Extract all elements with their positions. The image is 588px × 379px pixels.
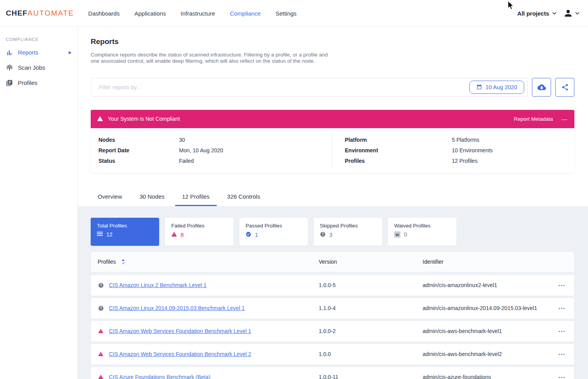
profiles-table: Profiles Version Identifier bbox=[91, 252, 574, 379]
profile-status-card[interactable]: Skipped Profiles 3 bbox=[314, 218, 382, 246]
profile-status-card[interactable]: Passed Profiles 1 bbox=[239, 218, 308, 246]
chevron-down-icon bbox=[552, 12, 556, 15]
compliance-status-banner: Your System is Not Compliant Report Meta… bbox=[91, 110, 574, 128]
row-menu-button[interactable]: ··· bbox=[558, 328, 565, 335]
card-title: Waived Profiles bbox=[394, 223, 450, 229]
projects-dropdown[interactable]: All projects bbox=[517, 10, 556, 17]
metadata-label: Nodes bbox=[98, 135, 179, 145]
nav-item[interactable]: Compliance bbox=[230, 10, 261, 17]
profiles-column-label: Profiles bbox=[98, 259, 116, 265]
banner-title: Your System is Not Compliant bbox=[108, 116, 180, 122]
metadata-label: Status bbox=[98, 156, 179, 166]
row-menu-button[interactable]: ··· bbox=[558, 374, 565, 379]
profile-status-card[interactable]: Total Profiles 12 bbox=[91, 218, 159, 246]
row-menu-button[interactable]: ··· bbox=[558, 351, 565, 358]
row-menu-button[interactable]: ··· bbox=[558, 282, 565, 289]
card-count: 8 bbox=[181, 232, 184, 238]
profile-status-card[interactable]: Failed Profiles 8 bbox=[165, 218, 233, 246]
share-report-button[interactable] bbox=[555, 78, 574, 97]
nav-item[interactable]: Applications bbox=[134, 10, 166, 17]
card-count: 0 bbox=[404, 231, 407, 238]
identifier-cell: admin/cis-amazonlinux-2014.09-2015.03-le… bbox=[423, 305, 545, 311]
metadata-value: Mon, 10 Aug 2020 bbox=[179, 145, 223, 156]
logo-automate-text: AUTOMATE bbox=[28, 9, 74, 18]
profile-link[interactable]: CIS Azure Foundations Benchmark (Beta) bbox=[109, 374, 211, 379]
submenu-arrow-icon[interactable]: ▶ bbox=[68, 50, 72, 55]
card-value: 8 bbox=[171, 231, 227, 238]
profile-cell: CIS Amazon Web Services Foundation Bench… bbox=[91, 328, 319, 334]
metadata-label: Report Date bbox=[98, 145, 179, 156]
banner-right: Report Metadata — bbox=[514, 116, 567, 122]
report-metadata-label: Report Metadata bbox=[514, 116, 553, 122]
metadata-row: Nodes 30 bbox=[98, 135, 332, 145]
metadata-label: Environment bbox=[345, 145, 452, 156]
skipped-question-icon bbox=[320, 231, 326, 238]
filter-reports-input[interactable] bbox=[91, 84, 469, 90]
sidebar-item[interactable]: Reports ▶ bbox=[0, 45, 77, 60]
card-value: 3 bbox=[320, 231, 376, 238]
metadata-right-column: Platform 5 Platforms Environment 10 Envi… bbox=[332, 135, 574, 166]
profile-link[interactable]: CIS Amazon Web Services Foundation Bench… bbox=[109, 328, 251, 334]
download-report-button[interactable] bbox=[532, 78, 551, 97]
sidebar-item[interactable]: Profiles bbox=[0, 75, 77, 90]
version-cell: 1.1.0-4 bbox=[319, 305, 423, 311]
profile-link[interactable]: CIS Amazon Web Services Foundation Bench… bbox=[109, 351, 251, 357]
profile-cell: CIS Amazon Linux 2014.09-2015.03 Benchma… bbox=[91, 305, 319, 311]
failed-warning-icon bbox=[98, 328, 104, 334]
metadata-label: Platform bbox=[345, 135, 452, 145]
identifier-cell: admin/cis-amazonlinux2-level1 bbox=[423, 282, 545, 288]
card-count: 1 bbox=[255, 232, 258, 238]
main-content: Reports Compliance reports describe the … bbox=[78, 27, 588, 379]
filter-row: 10 Aug 2020 bbox=[91, 78, 574, 97]
failed-warning-icon bbox=[98, 351, 104, 357]
profile-cell: CIS Azure Foundations Benchmark (Beta) bbox=[91, 374, 319, 379]
nav-item[interactable]: Settings bbox=[276, 10, 297, 17]
metadata-row: Profiles 12 Profiles bbox=[345, 156, 574, 166]
profiles-table-header: Profiles Version Identifier bbox=[91, 252, 574, 272]
profiles-sort-control[interactable]: Profiles bbox=[98, 259, 125, 265]
card-title: Passed Profiles bbox=[246, 223, 302, 229]
version-cell: 1.0.0-11 bbox=[319, 374, 423, 379]
profile-status-cards: Total Profiles 12 Failed Profiles bbox=[91, 218, 574, 246]
chef-automate-logo[interactable]: CHEF AUTOMATE bbox=[6, 9, 74, 18]
tab[interactable]: 30 Nodes bbox=[133, 189, 172, 206]
nav-item[interactable]: Dashboards bbox=[88, 10, 120, 17]
profiles-table-body: CIS Amazon Linux 2 Benchmark Level 1 1.0… bbox=[91, 275, 574, 379]
user-menu[interactable] bbox=[563, 8, 579, 18]
card-value: 12 bbox=[97, 231, 153, 238]
metadata-row: Report Date Mon, 10 Aug 2020 bbox=[98, 145, 332, 156]
sidebar-item[interactable]: Scan Jobs bbox=[0, 60, 77, 75]
tab[interactable]: 326 Controls bbox=[220, 189, 267, 206]
user-avatar-icon bbox=[563, 8, 573, 18]
collapse-metadata-button[interactable]: — bbox=[562, 116, 567, 122]
logo-chef-text: CHEF bbox=[6, 9, 28, 18]
reports-upper-section: Reports Compliance reports describe the … bbox=[78, 27, 588, 206]
chevron-down-icon bbox=[575, 12, 579, 15]
row-menu-button[interactable]: ··· bbox=[558, 305, 565, 312]
bar-chart-icon bbox=[6, 49, 13, 56]
metadata-row: Environment 10 Environments bbox=[345, 145, 574, 156]
failed-warning-icon bbox=[171, 231, 177, 238]
identifier-cell: admin/cis-aws-benchmark-level2 bbox=[423, 351, 545, 357]
tab[interactable]: Overview bbox=[91, 189, 129, 206]
page-description: Compliance reports describe the status o… bbox=[91, 52, 331, 65]
profile-link[interactable]: CIS Amazon Linux 2014.09-2015.03 Benchma… bbox=[109, 305, 245, 311]
table-row: CIS Amazon Web Services Foundation Bench… bbox=[91, 344, 574, 365]
profile-status-card[interactable]: Waived Profiles w 0 bbox=[388, 218, 456, 246]
card-value: w 0 bbox=[394, 231, 450, 238]
failed-warning-icon bbox=[98, 374, 104, 379]
version-cell: 1.0.0 bbox=[319, 351, 423, 357]
table-row: CIS Amazon Linux 2 Benchmark Level 1 1.0… bbox=[91, 275, 574, 296]
profile-cell: CIS Amazon Web Services Foundation Bench… bbox=[91, 351, 319, 357]
filter-box: 10 Aug 2020 bbox=[91, 78, 528, 97]
sidebar-section-label: COMPLIANCE bbox=[0, 33, 77, 45]
tab[interactable]: 12 Profiles bbox=[175, 189, 217, 206]
report-date-label: 10 Aug 2020 bbox=[486, 84, 517, 90]
top-nav: CHEF AUTOMATE Dashboards Applications In… bbox=[0, 0, 588, 27]
report-date-button[interactable]: 10 Aug 2020 bbox=[469, 81, 524, 94]
profile-link[interactable]: CIS Amazon Linux 2 Benchmark Level 1 bbox=[109, 282, 207, 288]
nav-right: All projects bbox=[517, 8, 579, 18]
identifier-cell: admin/cis-aws-benchmark-level1 bbox=[423, 328, 545, 334]
nav-item[interactable]: Infrastructure bbox=[181, 10, 215, 17]
identifier-cell: admin/cis-azure-foundations bbox=[423, 374, 545, 379]
